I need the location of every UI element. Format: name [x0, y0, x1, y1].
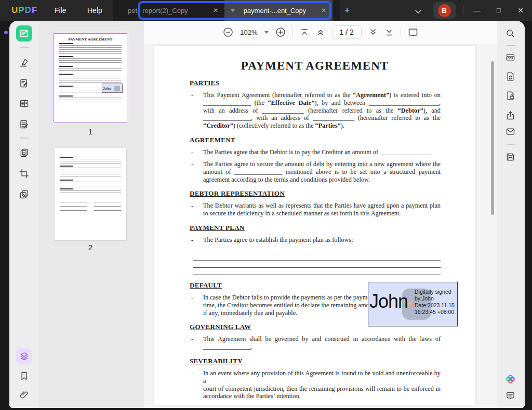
ai-assistant-icon[interactable]: [502, 371, 518, 387]
bullet-dash: -: [191, 91, 203, 130]
chevron-down-icon[interactable]: [231, 9, 235, 12]
save-icon[interactable]: [502, 149, 518, 165]
doc-section: SEVERABILITY-In an event where any provi…: [202, 357, 441, 400]
attachment-icon[interactable]: [16, 387, 32, 403]
comment-icon[interactable]: [502, 388, 518, 404]
doc-section: AGREEMENT-The Parties agree that the Deb…: [202, 136, 441, 183]
next-page-icon[interactable]: [368, 28, 378, 37]
tab-close-icon[interactable]: ✕: [207, 7, 224, 14]
doc-text-line: to secure the deficiency in a scheduled …: [203, 210, 441, 217]
zoom-in-icon[interactable]: [275, 27, 286, 37]
bullet-dash: -: [191, 335, 203, 351]
organize-icon[interactable]: [16, 95, 32, 112]
document-viewer: 102% 1 / 2 PAYMENT AGREEMENT PARTIES-Thi…: [144, 21, 497, 408]
layers-icon[interactable]: [16, 348, 32, 364]
reader-icon[interactable]: [16, 25, 32, 42]
doc-text-line: agreement according to the terms and con…: [203, 176, 441, 184]
notification-dot: [4, 31, 8, 34]
bullet-item: -The Debtor warrants as well as represen…: [202, 202, 441, 217]
divider: [46, 6, 46, 15]
doc-text-line: court of competent jurisdiction, then th…: [203, 385, 441, 393]
doc-text-line: accordance with the Parties’ intention.: [203, 392, 441, 400]
menu-help[interactable]: Help: [87, 0, 102, 21]
doc-section: PAYMENT PLAN-The Parties agree to establ…: [202, 224, 441, 275]
divider: [463, 6, 463, 15]
thumbnail-page-2[interactable]: [55, 148, 126, 240]
new-tab-button[interactable]: +: [341, 4, 353, 17]
digital-signature-stamp[interactable]: John Digitally signedby:JohnDate:2023.11…: [368, 282, 458, 326]
section-heading: AGREEMENT: [190, 136, 441, 144]
vertical-scrollbar[interactable]: [491, 61, 494, 215]
bullet-dash: -: [191, 294, 203, 317]
doc-text-line: _______________.: [203, 343, 441, 351]
bullet-dash: -: [191, 370, 203, 400]
bullet-dash: -: [191, 236, 203, 244]
doc-text-line: The Parties agree to establish the payme…: [203, 236, 441, 244]
protect-icon[interactable]: [502, 88, 518, 104]
ocr-icon[interactable]: OCR: [502, 50, 518, 66]
fill-sign-icon[interactable]: [16, 116, 32, 132]
close-button[interactable]: ✕: [511, 0, 530, 21]
tab-close-icon[interactable]: ✕: [315, 7, 332, 14]
tab-payment-agreement[interactable]: payment-...ent_Copy ✕: [224, 0, 332, 21]
section-heading: PAYMENT PLAN: [190, 224, 441, 232]
divider: [507, 144, 515, 145]
divider: [507, 45, 515, 46]
bullet-dash: -: [191, 148, 203, 156]
svg-text:OCR: OCR: [508, 57, 514, 60]
page-indicator[interactable]: 1 / 2: [332, 25, 362, 39]
go-first-page-icon[interactable]: [300, 28, 309, 37]
minimize-button[interactable]: —: [467, 0, 487, 21]
search-icon[interactable]: [502, 25, 518, 42]
right-toolbar: OCR: [497, 21, 525, 408]
zoom-level[interactable]: 102%: [240, 29, 257, 36]
logo-letter-p: P: [18, 5, 24, 15]
bullet-item: -In an event where any provision of this…: [202, 370, 441, 400]
crop-icon[interactable]: [16, 166, 32, 182]
email-icon[interactable]: [502, 124, 518, 140]
updf-logo[interactable]: UPDF: [11, 5, 37, 16]
section-heading: SEVERABILITY: [190, 357, 441, 365]
avatar: B: [438, 4, 451, 17]
zoom-out-icon[interactable]: [223, 27, 233, 37]
logo-letter-d: D: [25, 5, 32, 15]
doc-text-line: The Parties agree to secure the amount o…: [203, 160, 441, 168]
bookmark-icon[interactable]: [16, 368, 32, 384]
annotate-icon[interactable]: [16, 54, 32, 71]
edit-icon[interactable]: [16, 75, 32, 91]
logo-letter-u: U: [11, 5, 18, 15]
maximize-button[interactable]: □: [489, 0, 509, 21]
divider: [401, 28, 401, 37]
bullet-dash: -: [191, 160, 203, 183]
presentation-icon[interactable]: [408, 27, 418, 37]
mini-doc-title: PAYMENT AGREEMENT: [54, 37, 127, 42]
doc-section: GOVERNING LAW-This Agreement shall be go…: [202, 323, 441, 351]
pages-icon[interactable]: [16, 186, 32, 202]
doc-text-line: _______________ (the “Effective Date”), …: [203, 99, 441, 107]
pdf-page: PAYMENT AGREEMENT PARTIES-This Payment A…: [154, 46, 475, 405]
doc-title: PAYMENT AGREEMENT: [154, 59, 475, 73]
tab-label: payment-...ent_Copy: [235, 7, 315, 15]
tab-strip: pets report(2)_Copy ✕ payment-...ent_Cop…: [113, 0, 340, 21]
bullet-item: -The Parties agree that the Debtor is to…: [202, 148, 441, 156]
convert-icon[interactable]: [16, 145, 32, 161]
tab-pets-report[interactable]: pets report(2)_Copy ✕: [119, 0, 224, 21]
share-icon[interactable]: [502, 107, 518, 124]
left-toolbar: [9, 21, 39, 408]
thumbnail-page-1[interactable]: PAYMENT AGREEMENT John: [52, 31, 129, 125]
titlebar: UPDF File Help pets report(2)_Copy ✕ pay…: [0, 0, 532, 21]
logo-letter-f: F: [32, 5, 37, 15]
zoom-dropdown-icon[interactable]: [264, 31, 269, 34]
thumbnail-page-number: 2: [52, 243, 129, 252]
bullet-item: -This Agreement shall be governed by and…: [202, 335, 441, 351]
doc-text-line: with an address of _____________ (herein…: [203, 107, 441, 115]
previous-page-icon[interactable]: [316, 28, 325, 37]
menu-file[interactable]: File: [55, 0, 66, 21]
section-heading: PARTIES: [190, 79, 441, 87]
chevron-down-icon[interactable]: [415, 7, 422, 16]
go-last-page-icon[interactable]: [384, 28, 394, 37]
section-heading: DEBTOR REPRESENTATION: [190, 189, 441, 198]
convert-page-icon[interactable]: [502, 69, 518, 85]
account-button[interactable]: B: [433, 2, 456, 19]
doc-text-line: In an event where any provision of this …: [203, 370, 441, 385]
